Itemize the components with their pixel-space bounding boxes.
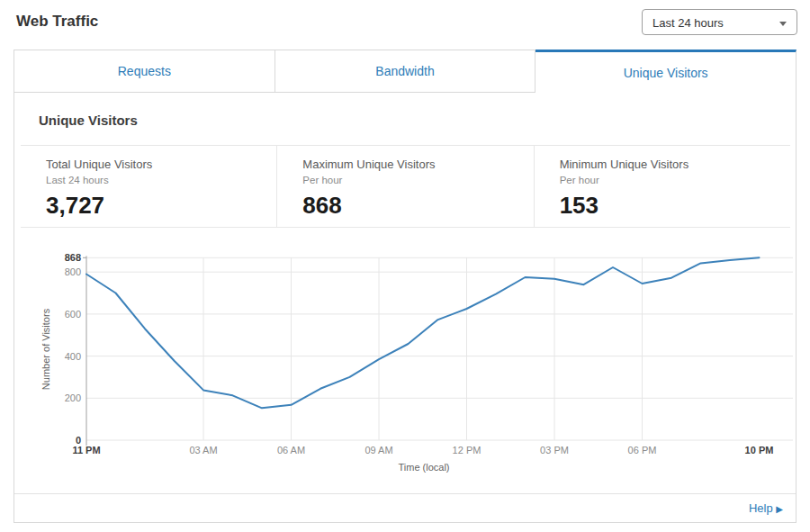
visitors-series-line [86, 257, 760, 408]
panel-footer: Help ▶ [14, 493, 796, 522]
tab-unique-visitors-label: Unique Visitors [624, 66, 708, 80]
stat-sublabel: Per hour [302, 175, 533, 185]
page-title: Web Traffic [16, 13, 98, 31]
chevron-down-icon [779, 22, 787, 26]
y-tick-label: 400 [65, 351, 81, 362]
y-axis [83, 256, 86, 446]
tab-strip: Requests Bandwidth Unique Visitors [14, 50, 796, 93]
x-tick-label: 09 AM [364, 445, 392, 455]
tab-requests[interactable]: Requests [14, 50, 275, 93]
time-range-value: Last 24 hours [652, 16, 724, 30]
chart-gridlines [86, 257, 793, 440]
stat-value: 153 [560, 192, 790, 220]
tab-bandwidth[interactable]: Bandwidth [275, 50, 536, 93]
stat-sublabel: Last 24 hours [46, 175, 276, 185]
section-heading: Unique Visitors [39, 113, 138, 128]
tab-bandwidth-label: Bandwidth [375, 64, 434, 78]
y-tick-label: 200 [65, 392, 81, 403]
stats-row: Total Unique Visitors Last 24 hours 3,72… [21, 145, 790, 228]
x-tick-label: 03 AM [189, 445, 217, 455]
x-tick-label: 06 AM [277, 445, 305, 455]
y-tick-label: 800 [65, 266, 81, 277]
x-tick-label: 06 PM [628, 445, 657, 455]
unique-visitors-panel: Unique Visitors Total Unique Visitors La… [14, 93, 796, 523]
y-axis-title: Number of Visitors [40, 308, 51, 390]
stat-minimum-unique-visitors: Minimum Unique Visitors Per hour 153 [534, 146, 790, 227]
x-tick-label: 10 PM [745, 445, 774, 455]
help-link[interactable]: Help ▶ [749, 501, 783, 515]
stat-maximum-unique-visitors: Maximum Unique Visitors Per hour 868 [276, 146, 533, 227]
visitors-line-chart: 020040060080086811 PM03 AM06 AM09 AM12 P… [14, 239, 797, 483]
x-tick-label: 03 PM [540, 445, 569, 455]
tab-requests-label: Requests [118, 64, 171, 78]
help-arrow-icon: ▶ [776, 504, 783, 514]
stat-label: Total Unique Visitors [46, 158, 276, 171]
x-tick-labels: 11 PM03 AM06 AM09 AM12 PM03 PM06 PM10 PM [72, 445, 773, 455]
x-axis-title: Time (local) [398, 462, 449, 473]
stat-value: 3,727 [46, 192, 276, 220]
x-tick-label: 11 PM [72, 445, 100, 455]
y-tick-label: 868 [65, 252, 81, 263]
stat-label: Maximum Unique Visitors [302, 158, 533, 171]
stat-total-unique-visitors: Total Unique Visitors Last 24 hours 3,72… [21, 146, 276, 227]
help-link-label: Help [749, 501, 773, 515]
y-tick-label: 600 [65, 309, 81, 320]
tab-unique-visitors[interactable]: Unique Visitors [536, 50, 796, 93]
time-range-dropdown[interactable]: Last 24 hours [642, 9, 797, 35]
x-tick-label: 12 PM [453, 445, 482, 455]
stat-label: Minimum Unique Visitors [560, 158, 790, 171]
stat-sublabel: Per hour [560, 175, 790, 185]
y-tick-labels: 0200400600800868 [65, 252, 81, 446]
stat-value: 868 [302, 192, 533, 220]
